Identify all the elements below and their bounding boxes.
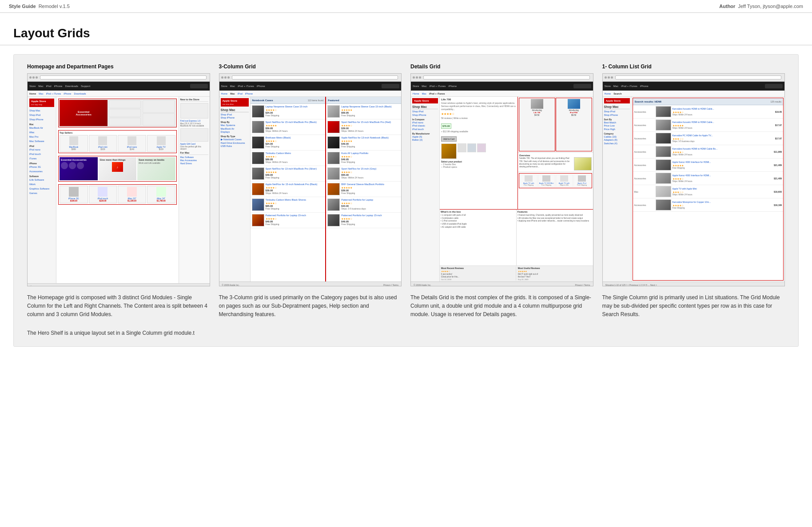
mock-nav-single-store: Store (605, 85, 611, 87)
mock-details-link-4: iPod classic (412, 124, 438, 127)
mock-details-delivery: + $12.99 shipping available (441, 130, 516, 133)
mock-sr-price-col-6: $21,489 (768, 177, 782, 180)
mock-detail-cell-img-2 (568, 99, 580, 109)
mock-4col-cell-4: Apple iPod Free Shipping (573, 174, 591, 187)
mock-customer-rating: Most Recent Reviews ★★★★☆ It just works!… (440, 265, 593, 281)
mock-sr-cat-5: Accessories (634, 164, 654, 166)
mock-sr-stars-8: ★★★★☆ (673, 204, 768, 207)
homepage-mock-frame: Store Mac iPod iPhone Downloads Support … (27, 73, 210, 286)
apple-store-logo: Apple Store (31, 100, 52, 103)
mock-sr-ship-7: Ships: Within 24 hours (673, 194, 768, 196)
mock-product-stars-2: ★★★★★ (266, 124, 324, 127)
mock-sr-thumb-4 (656, 146, 671, 157)
mock-sr-thumb-8 (656, 199, 671, 210)
mock-sr-stars-6: ★★★★☆ (673, 177, 768, 180)
mock-sec-nav-iphone: iPhone (64, 92, 71, 95)
mock-details-price-badge: $79.00 (441, 123, 451, 129)
section-homepage: Homepage and Department Pages Store Mac … (27, 63, 210, 337)
mock-rating-useful: Most Useful Reviews ★★★★★ Did IT work ri… (517, 267, 592, 281)
mock-sr-info-1: Kanvalize Acoustic HDMI to HDMI Cable...… (673, 107, 768, 116)
mock-nav-support: Support (81, 85, 90, 87)
mock-secondary-nav: Home Mac iPod + iTunes iPhone Downloads (28, 91, 210, 97)
mock-product-info-8: Patterned Portfolio for Laptop 15-inch ★… (266, 214, 324, 226)
mock-details-product-col: Life 700 Great wireless update to Apple'… (440, 97, 518, 209)
mock-sr-price-3: $17.97 (768, 137, 782, 140)
mock-single-link-1: Shop iPod (604, 110, 630, 113)
mock-3col-right-header: Featured (326, 97, 401, 104)
mock-overview-content: Subtitle 700. The all important when you… (519, 157, 592, 170)
style-guide-info: Style Guide Remodel v.1.5 (9, 4, 70, 9)
mock-3col-product-2: Sport NetFlixx for 15-inch MacBook Pro (… (251, 119, 326, 135)
section-three-col-desc: The 3-Column grid is used primarily on t… (219, 293, 402, 319)
mock-right-img-2 (180, 128, 208, 142)
sidebar-link-isoftware: iLife Software (29, 178, 54, 182)
mock-nav-details-store: Store (413, 85, 419, 87)
main-content: Homepage and Department Pages Store Mac … (13, 54, 799, 347)
mock-sr-thumb-7 (656, 186, 671, 197)
mock-sr-thumb-3 (656, 133, 671, 144)
mock-single-sidebar: Apple Store Shop Mac Shop iPod Shop iPho… (603, 97, 632, 281)
mock-3col-right: Featured Laptop Neoprene Sleeve Case 15-… (326, 97, 401, 281)
mock-sr-price-2: $17.97 (768, 124, 782, 127)
mock-details-4col-grid: Apple TV with Free Shipping Apple TV 360… (519, 173, 592, 188)
mock-details-grid-top: Introducing Life 700 $4.50 Introducing i… (518, 97, 593, 153)
mock-rating-recent: Most Recent Reviews ★★★★☆ It just works!… (441, 267, 516, 281)
mock-details-overview: Overview Subtitle 700. The all important… (518, 153, 593, 172)
mock-nav-single-iphone: iPhone (640, 85, 649, 87)
mock-product-info-7: Timbuktu Carbon Metro Black Shores ★★★★☆… (266, 198, 324, 210)
mock-sr-stars-7: ★★★☆☆ (673, 190, 768, 194)
mock-single-sidebar-title: Shop Mac (604, 105, 630, 109)
mock-3col-sec-nav-ipod: iPod (238, 92, 243, 95)
mock-product-thumb-2 (252, 121, 264, 133)
mock-product-stars-3: ★★★★☆ (266, 139, 324, 143)
mock-3col-right-heading: Featured (328, 99, 339, 102)
mock-right-stars-2: ★★★★☆ (341, 124, 400, 127)
mock-right-shipping-5: Ships: Within 24 hours (341, 176, 400, 179)
mock-overview-img (574, 157, 592, 170)
mock-3col-result-count: 113 items found (308, 99, 324, 102)
mock-hero-items (108, 100, 141, 126)
mock-details-product-title: Life 700 (441, 98, 516, 101)
mock-product-info-3: Briefcase Metro (Black) ★★★★☆ $24.00 Fre… (266, 136, 324, 148)
page-title: Layout Grids (13, 26, 799, 40)
chrome-address-bar (232, 75, 398, 79)
mock-sr-price-5: $21,489 (768, 164, 782, 166)
mock-right-desc-1: Mac OS X 10.5 14-inch MacBook Air now av… (180, 123, 208, 127)
sidebar-link-mac: Shop Mac (29, 109, 54, 112)
mock-sr-name-2: Kanvalize Acoustic HDMI to HDMI Cable... (673, 121, 768, 123)
mock-nav-3col: Store Mac iPod + iTunes iPhone (219, 82, 402, 91)
mock-3col-cat-link-mac: Mac Systems (221, 124, 249, 127)
mock-single-page-info: Showing 1-10 of 125 | < Previous 1 2 3 4… (605, 284, 657, 286)
mock-details-right-col: Introducing Life 700 $4.50 Introducing i… (518, 97, 593, 209)
mock-product-row-4: iMac 24" $1,799.00 (147, 186, 175, 203)
author-info: Author Jeff Tyson, jtyson@apple.com (719, 4, 803, 9)
mock-right-shipping-1: Free Shipping (341, 114, 400, 117)
mock-sec-nav-home: Home (29, 92, 36, 95)
mock-right-info-1: Laptop Neoprene Sleeve Case 15-inch (Bla… (341, 105, 400, 117)
mock-sr-stars-4: ★★★★☆ (673, 151, 768, 154)
mock-product-stars-4: ★★★★☆ (266, 155, 324, 158)
mock-pagination-copyright: © 2009 Apple Inc. All rights reserved. (30, 285, 67, 287)
mock-details-features-col: Features • Feature launching, Channels, … (517, 210, 593, 265)
mock-product-info-5: Sport NetFlixx for 13-inch MacBook Pro (… (266, 167, 324, 179)
mock-detail-cell-img-1 (531, 99, 543, 109)
mock-product-name-4: Timbuktu Carbon Metro (266, 152, 324, 155)
section-homepage-title: Homepage and Department Pages (27, 63, 210, 70)
three-col-mock-frame: Store Mac iPod + iTunes iPhone Home Mac … (219, 73, 402, 286)
mock-sr-item-4: Accessories Kanvalize Acoustic HDMI to H… (633, 145, 784, 158)
mock-right-product-4: Kurio AF Laptop Portfolio ★★★★☆ $49.95 F… (326, 151, 401, 166)
mock-product-shipping-4: Ships: Within 24 hours (266, 161, 324, 163)
mock-chrome-single (603, 74, 785, 82)
mock-single-link-5: Price High (604, 128, 630, 131)
mock-right-shipping-3: Free Shipping (341, 145, 400, 148)
mock-sr-stars-1: ★★★★☆ (673, 111, 768, 114)
mock-sr-name-4: Kanvalize Acoustic HDMI to HDMI Cable Bo… (673, 147, 768, 150)
mock-3col-products: Laptop Neoprene Sleeve Case 15-inch ★★★★… (251, 104, 326, 228)
mock-promo-1: Essential Accessories (60, 157, 98, 180)
mock-sr-price-col-1: $19.95 (768, 111, 782, 113)
mock-add-to-cart-btn[interactable]: Add to Cart (441, 136, 457, 142)
mock-right-info-4: Kurio AF Laptop Portfolio ★★★★☆ $49.95 F… (341, 152, 400, 163)
mock-sr-info-8: Kanvalize Monoprice for Copper 10m... ★★… (673, 201, 768, 209)
mock-right-info-2: Sport NetFlixx for 15-inch MacBook Pro (… (341, 121, 400, 132)
mock-details-copyright: © 2009 Apple Inc. (414, 284, 431, 286)
